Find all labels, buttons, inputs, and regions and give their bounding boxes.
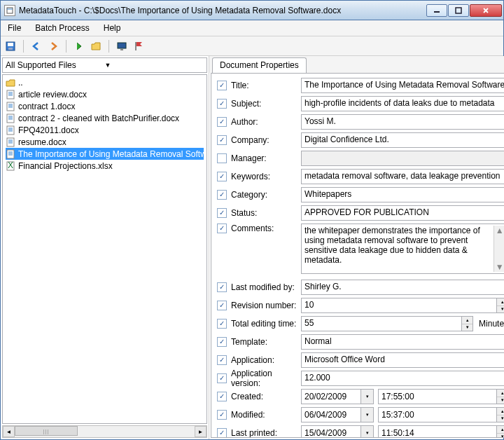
chevron-down-icon: ▼ [105,62,204,69]
back-icon[interactable] [31,41,42,52]
file-item[interactable]: The Importance of Using Metadata Removal… [6,148,204,160]
spinner[interactable]: ▲▼ [497,425,504,438]
separator [23,40,24,53]
checkbox[interactable] [217,373,227,383]
file-name: Financial Projections.xlsx [18,161,113,171]
checkbox[interactable] [217,282,227,292]
checkbox[interactable] [217,428,227,438]
field-label-lastmod: Last modified by: [231,282,301,292]
left-pane: All Supported Files ▼ ..article review.d… [1,56,209,439]
field-label-category: Category: [231,190,301,200]
date-picker-button[interactable]: ▾ [361,425,374,438]
monitor-icon[interactable] [116,41,127,52]
printed-date-input[interactable]: 15/04/2009 [301,425,361,438]
checkbox[interactable] [217,224,227,233]
checkbox[interactable] [217,135,227,145]
tab-document-properties[interactable]: Document Properties [212,57,307,73]
maximize-button[interactable] [448,4,469,17]
svg-rect-20 [7,114,14,123]
appversion-input[interactable]: 12.000 [301,371,504,386]
file-name: contract 1.docx [18,102,75,111]
scroll-thumb[interactable]: ||| [15,426,78,436]
author-input[interactable]: Yossi M. [301,114,504,130]
company-input[interactable]: Digital Confidence Ltd. [301,132,504,148]
window-title: MetadataTouch - C:\$Docs\The Importance … [19,6,426,15]
svg-rect-16 [7,102,14,111]
scroll-right-button[interactable]: ► [195,426,206,437]
menu-file[interactable]: File [8,23,21,33]
file-item[interactable]: contract 2 - cleaned with BatchPurifier.… [6,112,204,124]
application-input[interactable]: Microsoft Office Word [301,352,504,368]
textarea-scrollbar[interactable]: ▲▼ [493,226,504,272]
folder-open-icon[interactable] [90,41,102,52]
spinner[interactable]: ▲▼ [497,298,504,313]
field-label-editing: Total editing time: [231,319,301,329]
file-item[interactable]: .. [6,76,204,88]
file-filter-dropdown[interactable]: All Supported Files ▼ [2,57,207,73]
field-label-modified: Modified: [231,410,301,420]
svg-text:X: X [8,161,13,170]
separator [108,40,109,53]
spinner[interactable]: ▲▼ [497,407,504,422]
keywords-input[interactable]: metadata removal software, data leakage … [301,169,504,184]
category-input[interactable]: Whitepapers [301,187,504,202]
manager-input[interactable] [301,151,504,166]
nav-forward-icon[interactable] [74,41,85,52]
checkbox[interactable] [217,81,227,90]
flag-icon[interactable] [133,41,144,52]
horizontal-scrollbar[interactable]: ◄ ||| ► [2,425,207,438]
toolbar [1,36,503,56]
date-picker-button[interactable]: ▾ [361,407,374,422]
checkbox[interactable] [217,190,227,200]
spinner[interactable]: ▲▼ [462,316,473,331]
date-picker-button[interactable]: ▾ [361,389,374,404]
lastmod-input[interactable]: Shirley G. [301,280,504,295]
checkbox[interactable] [217,410,227,420]
menu-batch[interactable]: Batch Process [35,23,89,33]
checkbox[interactable] [217,301,227,310]
template-input[interactable]: Normal [301,334,504,350]
file-item[interactable]: resume.docx [6,136,204,148]
menu-help[interactable]: Help [104,23,121,33]
titlebar[interactable]: MetadataTouch - C:\$Docs\The Importance … [1,1,503,20]
editing-input[interactable]: 55 [301,316,462,331]
checkbox[interactable] [217,153,227,163]
minimize-button[interactable] [426,4,447,17]
close-button[interactable] [470,4,502,17]
file-name: resume.docx [18,137,66,147]
spinner[interactable]: ▲▼ [497,389,504,404]
filter-label: All Supported Files [6,60,105,70]
checkbox[interactable] [217,392,227,401]
checkbox[interactable] [217,99,227,109]
file-item[interactable]: article review.docx [6,88,204,100]
title-input[interactable]: The Importance of Using Metadata Removal… [301,78,504,93]
editing-unit: Minutes [479,319,504,329]
field-label-author: Author: [231,117,301,127]
revision-input[interactable]: 10 [301,298,497,313]
save-icon[interactable] [5,41,16,52]
comments-textarea[interactable]: the whitepaper demonstrates the importan… [301,224,504,274]
field-label-status: Status: [231,208,301,218]
modified-date-input[interactable]: 06/04/2009 [301,407,361,422]
checkbox[interactable] [217,117,227,127]
modified-time-input[interactable]: 15:37:00 [378,407,497,422]
checkbox[interactable] [217,337,227,347]
file-item[interactable]: XFinancial Projections.xlsx [6,160,204,172]
file-list[interactable]: ..article review.docxcontract 1.docxcont… [2,74,207,424]
field-label-comments: Comments: [231,224,301,233]
file-item[interactable]: FPQ42011.docx [6,124,204,136]
checkbox[interactable] [217,355,227,365]
status-input[interactable]: APPROVED FOR PUBLICATION [301,205,504,221]
scroll-left-button[interactable]: ◄ [3,426,15,437]
separator [66,40,66,53]
checkbox[interactable] [217,208,227,218]
printed-time-input[interactable]: 11:50:14 [378,425,497,438]
svg-rect-11 [135,42,136,50]
forward-icon[interactable] [48,41,59,52]
checkbox[interactable] [217,172,227,181]
subject-input[interactable]: high-profile incidents of data leaks due… [301,96,504,111]
created-time-input[interactable]: 17:55:00 [378,389,497,404]
checkbox[interactable] [217,319,227,329]
file-item[interactable]: contract 1.docx [6,100,204,112]
created-date-input[interactable]: 20/02/2009 [301,389,361,404]
